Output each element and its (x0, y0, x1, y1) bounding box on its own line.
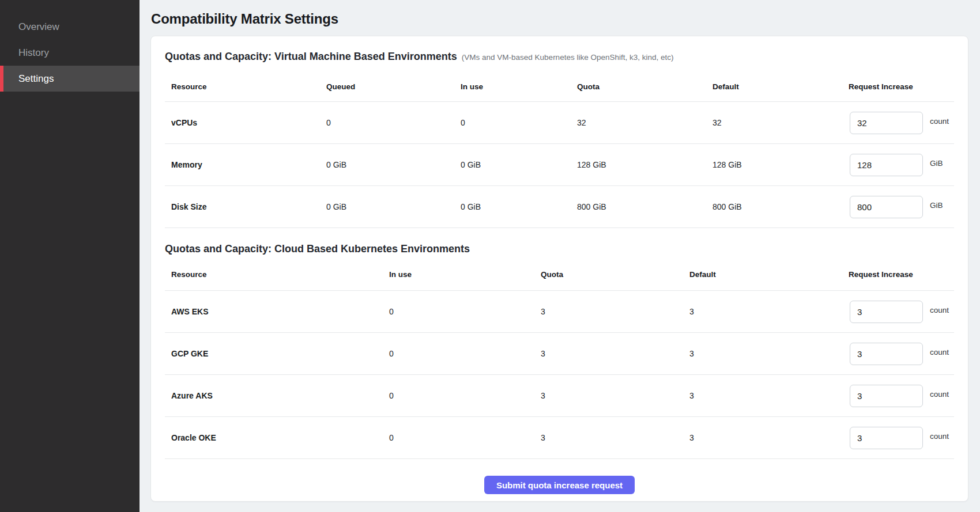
main-content: Compatibility Matrix Settings Quotas and… (140, 0, 980, 512)
quota-cell: 128 GiB (571, 160, 706, 169)
request-increase-cell: count (842, 343, 954, 365)
in-use-cell: 0 (383, 307, 534, 316)
resource-cell: Oracle OKE (165, 433, 383, 442)
in-use-cell: 0 GiB (454, 202, 571, 211)
quota-cell: 32 (571, 118, 706, 127)
vm-section-heading: Quotas and Capacity: Virtual Machine Bas… (165, 50, 954, 64)
vm-section-title: Quotas and Capacity: Virtual Machine Bas… (165, 50, 457, 63)
quotas-card: Quotas and Capacity: Virtual Machine Bas… (150, 36, 968, 502)
quota-cell: 3 (534, 307, 683, 316)
vcpus-request-input[interactable] (850, 112, 923, 134)
sidebar-item-settings[interactable]: Settings (0, 66, 140, 92)
cloud-section-title: Quotas and Capacity: Cloud Based Kuberne… (165, 242, 470, 255)
request-increase-cell: count (842, 112, 954, 134)
column-header-request-increase: Request Increase (842, 270, 954, 279)
queued-cell: 0 GiB (320, 202, 454, 211)
quota-cell: 800 GiB (571, 202, 706, 211)
column-header-quota: Quota (571, 82, 706, 91)
in-use-cell: 0 (383, 349, 534, 358)
resource-cell: GCP GKE (165, 349, 383, 358)
default-cell: 3 (683, 391, 842, 400)
quota-cell: 3 (534, 433, 683, 442)
vm-table-header: Resource Queued In use Quota Default Req… (165, 72, 954, 102)
default-cell: 128 GiB (706, 160, 842, 169)
resource-cell: Disk Size (165, 202, 320, 211)
column-header-in-use: In use (454, 82, 571, 91)
page-title: Compatibility Matrix Settings (151, 11, 338, 27)
request-increase-cell: count (842, 385, 954, 407)
unit-label: count (930, 390, 949, 399)
vm-section-subtitle: (VMs and VM-based Kubernetes like OpenSh… (462, 51, 674, 64)
unit-label: count (930, 306, 949, 314)
request-increase-cell: count (842, 427, 954, 449)
memory-request-input[interactable] (850, 154, 923, 176)
cloud-section-heading: Quotas and Capacity: Cloud Based Kuberne… (165, 242, 954, 255)
default-cell: 3 (683, 349, 842, 358)
queued-cell: 0 GiB (320, 160, 454, 169)
table-row-azure-aks: Azure AKS 0 3 3 count (165, 375, 954, 417)
aws-eks-request-input[interactable] (850, 301, 923, 323)
quota-cell: 3 (534, 349, 683, 358)
column-header-in-use: In use (383, 270, 534, 279)
resource-cell: vCPUs (165, 118, 320, 127)
unit-label: count (930, 432, 949, 441)
sidebar: Overview History Settings (0, 0, 140, 512)
unit-label: count (930, 117, 949, 126)
cloud-table-header: Resource In use Quota Default Request In… (165, 259, 954, 291)
column-header-resource: Resource (165, 270, 383, 279)
default-cell: 3 (683, 433, 842, 442)
in-use-cell: 0 GiB (454, 160, 571, 169)
resource-cell: AWS EKS (165, 307, 383, 316)
in-use-cell: 0 (454, 118, 571, 127)
request-increase-cell: GiB (842, 154, 954, 176)
table-row-gcp-gke: GCP GKE 0 3 3 count (165, 333, 954, 375)
in-use-cell: 0 (383, 433, 534, 442)
sidebar-item-history[interactable]: History (0, 40, 140, 66)
request-increase-cell: GiB (842, 196, 954, 218)
unit-label: count (930, 348, 949, 356)
oracle-oke-request-input[interactable] (850, 427, 923, 449)
default-cell: 800 GiB (706, 202, 842, 211)
azure-aks-request-input[interactable] (850, 385, 923, 407)
table-row-vcpus: vCPUs 0 0 32 32 count (165, 102, 954, 144)
disk-size-request-input[interactable] (850, 196, 923, 218)
resource-cell: Azure AKS (165, 391, 383, 400)
request-increase-cell: count (842, 301, 954, 323)
unit-label: GiB (930, 201, 943, 210)
resource-cell: Memory (165, 160, 320, 169)
table-row-memory: Memory 0 GiB 0 GiB 128 GiB 128 GiB GiB (165, 144, 954, 186)
quota-cell: 3 (534, 391, 683, 400)
submit-quota-increase-button[interactable]: Submit quota increase request (484, 476, 635, 494)
default-cell: 32 (706, 118, 842, 127)
column-header-request-increase: Request Increase (842, 82, 954, 91)
table-row-oracle-oke: Oracle OKE 0 3 3 count (165, 417, 954, 459)
column-header-queued: Queued (320, 82, 454, 91)
submit-row: Submit quota increase request (165, 476, 954, 494)
column-header-default: Default (706, 82, 842, 91)
in-use-cell: 0 (383, 391, 534, 400)
column-header-default: Default (683, 270, 842, 279)
sidebar-item-overview[interactable]: Overview (0, 14, 140, 40)
table-row-disk-size: Disk Size 0 GiB 0 GiB 800 GiB 800 GiB Gi… (165, 186, 954, 228)
unit-label: GiB (930, 159, 943, 168)
queued-cell: 0 (320, 118, 454, 127)
column-header-quota: Quota (534, 270, 683, 279)
column-header-resource: Resource (165, 82, 320, 91)
gcp-gke-request-input[interactable] (850, 343, 923, 365)
default-cell: 3 (683, 307, 842, 316)
table-row-aws-eks: AWS EKS 0 3 3 count (165, 291, 954, 333)
